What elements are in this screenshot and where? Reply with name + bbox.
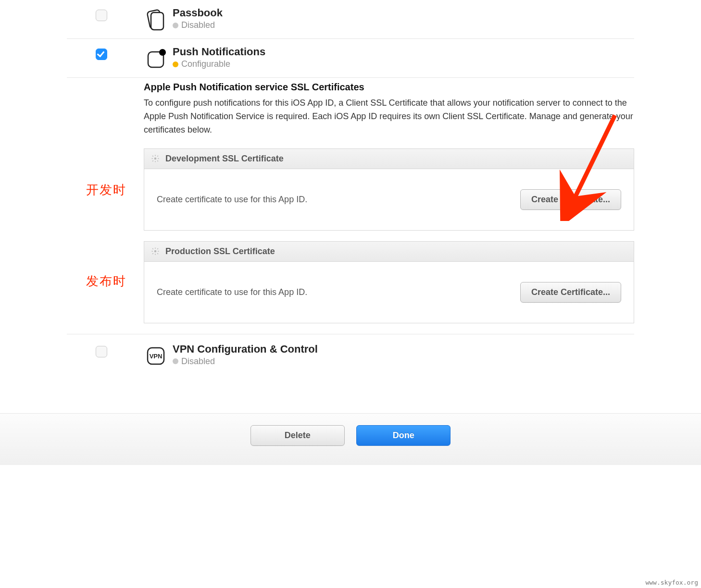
footer-bar: Delete Done (0, 413, 701, 465)
svg-point-5 (154, 250, 157, 253)
gear-icon (151, 247, 160, 256)
vpn-title: VPN Configuration & Control (173, 343, 634, 355)
status-dot-icon (173, 358, 178, 364)
capability-row-push: Push Notifications Configurable (67, 39, 634, 78)
svg-point-4 (154, 158, 157, 160)
vpn-status: Disabled (173, 356, 634, 367)
prod-ssl-panel: Production SSL Certificate Create certif… (144, 241, 634, 323)
create-dev-certificate-button[interactable]: Create Certificate... (520, 189, 621, 210)
push-checkbox[interactable] (96, 49, 107, 60)
vpn-icon: VPN (139, 343, 173, 368)
svg-text:VPN: VPN (150, 353, 163, 360)
passbook-icon (139, 7, 173, 32)
svg-point-3 (159, 49, 166, 56)
passbook-status: Disabled (173, 20, 634, 30)
push-details-heading: Apple Push Notification service SSL Cert… (144, 82, 634, 93)
capability-row-vpn: VPN VPN Configuration & Control Disabled (67, 334, 634, 375)
prod-ssl-header: Production SSL Certificate (144, 242, 634, 262)
prod-ssl-message: Create certificate to use for this App I… (157, 287, 307, 297)
dev-ssl-header: Development SSL Certificate (144, 149, 634, 169)
create-prod-certificate-button[interactable]: Create Certificate... (520, 282, 621, 303)
push-details-description: To configure push notifications for this… (144, 97, 634, 137)
passbook-checkbox[interactable] (96, 10, 107, 21)
status-dot-icon (173, 61, 178, 67)
passbook-title: Passbook (173, 7, 634, 19)
gear-icon (151, 154, 160, 163)
dev-ssl-message: Create certificate to use for this App I… (157, 195, 307, 205)
push-title: Push Notifications (173, 46, 634, 58)
status-dot-icon (173, 23, 178, 28)
vpn-checkbox[interactable] (96, 346, 107, 357)
push-icon (139, 46, 173, 71)
annotation-dev: 开发时 (86, 182, 126, 198)
push-details: Apple Push Notification service SSL Cert… (67, 78, 634, 323)
svg-rect-1 (151, 12, 163, 30)
push-status: Configurable (173, 59, 634, 69)
capability-row-passbook: Passbook Disabled (67, 0, 634, 39)
dev-ssl-panel: Development SSL Certificate Create certi… (144, 148, 634, 231)
done-button[interactable]: Done (356, 425, 451, 446)
annotation-prod: 发布时 (86, 273, 126, 290)
delete-button[interactable]: Delete (250, 425, 345, 446)
